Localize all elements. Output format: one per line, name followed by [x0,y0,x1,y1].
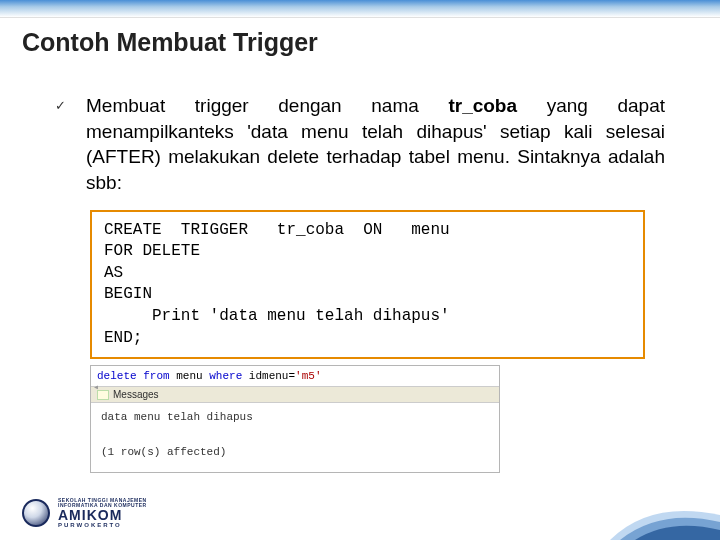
footer-text: SEKOLAH TINGGI MANAJEMEN INFORMATIKA DAN… [58,498,147,528]
caret-icon: ◂ [93,381,99,393]
footer-logo-block: SEKOLAH TINGGI MANAJEMEN INFORMATIKA DAN… [22,498,147,528]
sql-value: 'm5' [295,370,321,382]
footer-main: AMIKOM [58,508,147,522]
check-icon: ✓ [55,98,66,113]
body-paragraph: Membuat trigger dengan nama tr_coba yang… [86,93,665,196]
top-accent-bar [0,0,720,18]
code-block: CREATE TRIGGER tr_coba ON menu FOR DELET… [90,210,645,360]
sql-column: idmenu [242,370,288,382]
sql-result-panel: delete from menu where idmenu='m5' ◂ Mes… [90,365,500,473]
message-line: (1 row(s) affected) [101,444,489,462]
bullet-item: ✓ Membuat trigger dengan nama tr_coba ya… [55,93,665,196]
sql-table: menu [170,370,210,382]
body-pre: Membuat trigger dengan nama [86,95,448,116]
content-area: ✓ Membuat trigger dengan nama tr_coba ya… [0,63,720,473]
slide-title: Contoh Membuat Trigger [0,18,720,63]
footer-sub: PURWOKERTO [58,522,147,528]
messages-tab: Messages [91,387,499,403]
sql-keyword: delete from [97,370,170,382]
sql-editor: delete from menu where idmenu='m5' ◂ [91,366,499,387]
amikom-logo-icon [22,499,50,527]
messages-tab-label: Messages [113,389,159,400]
message-line: data menu telah dihapus [101,409,489,427]
sql-keyword: where [209,370,242,382]
corner-wave-decoration [610,480,720,540]
trigger-name: tr_coba [448,95,517,116]
messages-body: data menu telah dihapus (1 row(s) affect… [91,403,499,472]
